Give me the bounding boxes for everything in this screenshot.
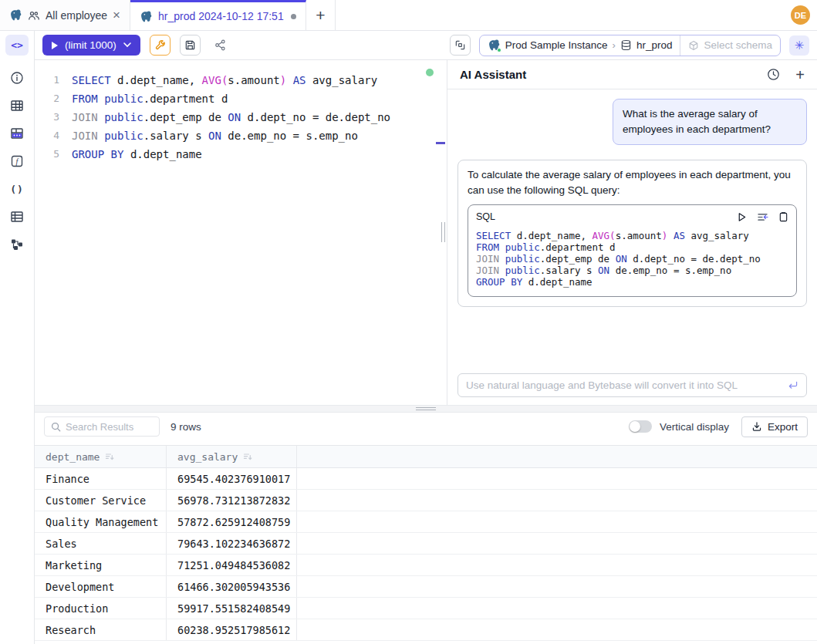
- copy-icon[interactable]: [778, 211, 788, 222]
- cell-dept-name[interactable]: Development: [35, 576, 167, 597]
- cell-avg-salary[interactable]: 57872.625912408759: [167, 511, 297, 532]
- column-header-avg-salary[interactable]: avg_salary: [167, 446, 297, 467]
- cell-dept-name[interactable]: Production: [35, 598, 167, 619]
- cell-avg-salary[interactable]: 56978.731213872832: [167, 490, 297, 511]
- search-icon: [51, 422, 61, 432]
- cell-avg-salary[interactable]: 60238.952517985612: [167, 619, 297, 640]
- schema-selector[interactable]: Select schema: [680, 35, 780, 56]
- group-icon: [28, 9, 40, 22]
- sort-icon[interactable]: [105, 452, 114, 461]
- table-row[interactable]: Research 60238.952517985612: [35, 619, 817, 641]
- column-label: avg_salary: [177, 451, 238, 463]
- table-row[interactable]: Finance 69545.402376910017: [35, 468, 817, 490]
- ai-response-card: To calculate the average salary of emplo…: [457, 160, 807, 307]
- line-number: 3: [35, 108, 59, 126]
- table-data-icon[interactable]: [10, 126, 24, 140]
- nl-to-sql-input[interactable]: [466, 379, 781, 391]
- sql-code-block: SQL SELECT d: [468, 204, 797, 297]
- horizontal-splitter-handle[interactable]: [416, 407, 436, 410]
- insert-sql-icon[interactable]: [757, 212, 768, 222]
- cell-dept-name[interactable]: Quality Management: [35, 511, 167, 532]
- table-row[interactable]: Sales 79643.102234636872: [35, 533, 817, 555]
- info-icon[interactable]: [10, 71, 24, 85]
- cube-icon: [688, 40, 699, 51]
- new-tab-button[interactable]: +: [306, 0, 336, 30]
- enter-icon[interactable]: [787, 380, 798, 390]
- connection-panel-button[interactable]: [450, 35, 471, 56]
- cell-dept-name[interactable]: Customer Service: [35, 490, 167, 511]
- vertical-display-label: Vertical display: [660, 421, 729, 433]
- row-count: 9 rows: [170, 421, 201, 433]
- export-label: Export: [768, 421, 798, 433]
- tab-hr-prod[interactable]: hr_prod 2024-10-12 17:51: [130, 0, 306, 30]
- cell-dept-name[interactable]: Research: [35, 619, 167, 640]
- cell-avg-salary[interactable]: 59917.551582408549: [167, 598, 297, 619]
- ai-assistant-button[interactable]: ✳: [789, 35, 809, 56]
- history-icon[interactable]: [767, 68, 780, 81]
- code-line: FROM public.department d: [72, 89, 390, 108]
- export-button[interactable]: Export: [741, 416, 808, 437]
- toggle-knob: [630, 421, 640, 432]
- sql-block-label: SQL: [476, 209, 495, 224]
- vertical-display-toggle[interactable]: [629, 420, 652, 433]
- column-label: dept_name: [46, 451, 100, 463]
- save-button[interactable]: [180, 35, 201, 56]
- cell-avg-salary[interactable]: 61466.302005943536: [167, 576, 297, 597]
- cell-dept-name[interactable]: Marketing: [35, 555, 167, 575]
- table-row[interactable]: Marketing 71251.049484536082: [35, 555, 817, 576]
- close-icon[interactable]: ×: [113, 8, 120, 22]
- code-line: GROUP BY d.dept_name: [72, 145, 390, 164]
- sort-icon[interactable]: [243, 452, 252, 461]
- horizontal-splitter[interactable]: [35, 405, 817, 413]
- cell-avg-salary[interactable]: 69545.402376910017: [167, 468, 297, 489]
- table-row[interactable]: Customer Service 56978.731213872832: [35, 490, 817, 511]
- tables-list-icon[interactable]: [10, 210, 24, 224]
- run-query-button[interactable]: (limit 1000): [42, 35, 140, 56]
- cell-avg-salary[interactable]: 79643.102234636872: [167, 533, 297, 554]
- code-line: JOIN public.salary s ON de.emp_no = s.em…: [476, 265, 788, 276]
- table-row[interactable]: Development 61466.302005943536: [35, 576, 817, 598]
- database-icon: [620, 39, 632, 51]
- nl-to-sql-input-wrap: [457, 373, 807, 397]
- ai-response-text: To calculate the average salary of emplo…: [468, 167, 797, 198]
- results-table-header: dept_name avg_salary: [35, 446, 817, 468]
- connection-ready-dot: [426, 69, 434, 76]
- postgresql-icon: [488, 39, 501, 52]
- search-results-input[interactable]: [66, 421, 153, 433]
- table-row[interactable]: Production 59917.551582408549: [35, 598, 817, 619]
- table-row[interactable]: Quality Management 57872.625912408759: [35, 511, 817, 533]
- cell-dept-name[interactable]: Finance: [35, 468, 167, 489]
- cell-dept-name[interactable]: Sales: [35, 533, 167, 554]
- ai-chat-area: What is the average salary of employees …: [447, 89, 817, 316]
- format-sql-button[interactable]: [150, 35, 170, 56]
- chevron-down-icon: [123, 42, 131, 48]
- code-line: JOIN public.salary s ON de.emp_no = s.em…: [72, 126, 390, 145]
- parentheses-icon[interactable]: (): [10, 182, 24, 196]
- table-icon[interactable]: [10, 99, 24, 113]
- left-sidebar: <> f (): [0, 31, 35, 644]
- column-header-dept-name[interactable]: dept_name: [35, 446, 167, 467]
- new-chat-icon[interactable]: +: [795, 67, 805, 83]
- schema-diagram-icon[interactable]: [10, 238, 24, 251]
- code-editor-toggle-icon[interactable]: <>: [5, 35, 29, 56]
- run-button-label: (limit 1000): [65, 39, 116, 51]
- sql-editor[interactable]: 1 2 3 4 5 SELECT d.dept_name, AVG(s.amou…: [35, 61, 447, 405]
- avatar[interactable]: DE: [791, 5, 810, 25]
- ai-assistant-header: AI Assistant +: [447, 60, 817, 89]
- sql-code[interactable]: SELECT d.dept_name, AVG(s.amount) AS avg…: [72, 71, 390, 164]
- sql-block-code: SELECT d.dept_name, AVG(s.amount) AS avg…: [476, 230, 788, 288]
- run-sql-icon[interactable]: [737, 212, 747, 222]
- vertical-splitter-handle[interactable]: [441, 222, 445, 242]
- database-name: hr_prod: [636, 39, 673, 51]
- line-number: 5: [35, 145, 59, 164]
- function-icon[interactable]: f: [10, 154, 24, 168]
- wrench-icon: [154, 39, 166, 51]
- share-button[interactable]: [210, 35, 231, 56]
- svg-text:f: f: [16, 157, 19, 166]
- tab-bar: All employee × hr_prod 2024-10-12 17:51 …: [0, 0, 817, 31]
- tab-all-employee[interactable]: All employee ×: [0, 0, 130, 30]
- cell-avg-salary[interactable]: 71251.049484536082: [167, 555, 297, 575]
- play-icon: [52, 42, 58, 49]
- panel-layout-icon: [454, 39, 466, 51]
- instance-database-selector[interactable]: Prod Sample Instance › hr_prod: [480, 35, 680, 56]
